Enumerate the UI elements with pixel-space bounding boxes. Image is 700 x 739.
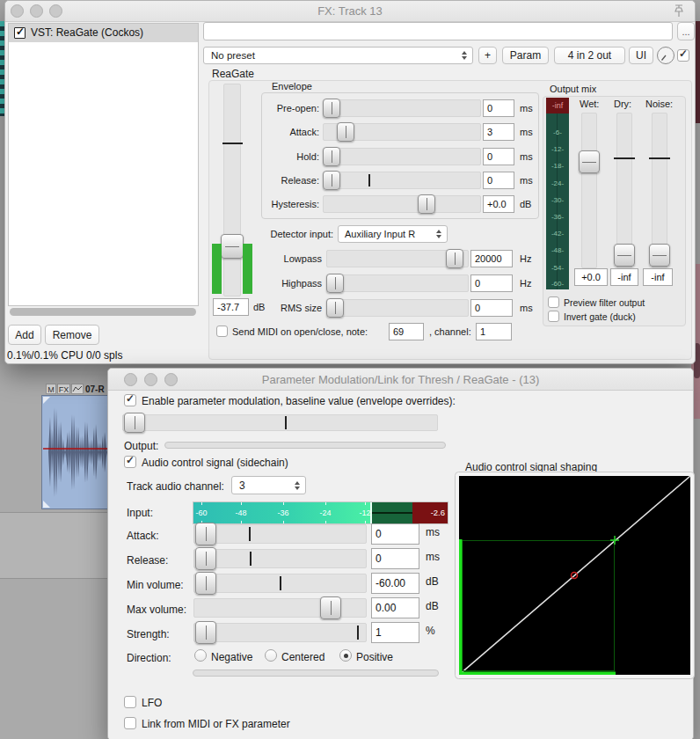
max-volume-value[interactable]: 0.00: [371, 597, 419, 618]
mod-attack-track[interactable]: [193, 524, 367, 544]
wet-slider-track[interactable]: [581, 113, 597, 268]
enable-mod-checkbox[interactable]: [124, 394, 136, 406]
fx-chain-list[interactable]: VST: ReaGate (Cockos): [8, 23, 199, 306]
fx-button[interactable]: FX: [57, 384, 70, 394]
dry-slider-thumb[interactable]: [614, 244, 635, 267]
mod-titlebar[interactable]: Parameter Modulation/Link for Thresh / R…: [108, 369, 693, 391]
hysteresis-value[interactable]: +0.0: [483, 195, 514, 213]
lowpass-slider-thumb[interactable]: [446, 249, 463, 268]
noise-slider-thumb[interactable]: [649, 244, 670, 267]
baseline-slider-track[interactable]: [122, 414, 438, 431]
min-volume-mark: [280, 576, 281, 590]
hysteresis-slider-thumb[interactable]: [418, 194, 435, 214]
mod-release-value[interactable]: 0: [371, 548, 419, 569]
min-volume-thumb[interactable]: [195, 572, 216, 595]
channel-stepper-icon[interactable]: [295, 481, 300, 490]
media-item-header[interactable]: M FX 07-R: [42, 383, 110, 396]
baseline-slider-thumb[interactable]: [124, 413, 145, 433]
track-channel-label: Track audio channel:: [127, 480, 224, 493]
wet-value[interactable]: +0.0: [574, 268, 608, 286]
min-volume-value[interactable]: -60.00: [371, 573, 419, 594]
link-midi-checkbox[interactable]: [124, 717, 136, 729]
highpass-slider-track[interactable]: [326, 274, 469, 292]
preview-filter-checkbox[interactable]: [548, 296, 559, 308]
midi-note-value[interactable]: 69: [389, 323, 424, 340]
rms-value[interactable]: 0: [470, 299, 513, 317]
highpass-value[interactable]: 0: [470, 274, 513, 292]
preopen-value[interactable]: 0: [483, 99, 514, 117]
noise-value[interactable]: -inf: [643, 268, 673, 286]
release-slider-thumb[interactable]: [323, 171, 340, 190]
strength-value[interactable]: 1: [371, 622, 419, 643]
dry-value[interactable]: -inf: [610, 268, 638, 286]
remove-fx-button[interactable]: Remove: [45, 325, 99, 345]
wet-slider-thumb[interactable]: [579, 150, 600, 173]
hold-slider-thumb[interactable]: [323, 147, 340, 166]
signal-shaping-graph[interactable]: [455, 472, 695, 679]
ui-button[interactable]: UI: [629, 47, 653, 64]
pin-icon[interactable]: [672, 4, 686, 18]
hold-value[interactable]: 0: [483, 148, 514, 165]
midi-channel-value[interactable]: 1: [476, 323, 512, 340]
preset-dropdown[interactable]: No preset: [203, 47, 473, 64]
track-channel-dropdown[interactable]: 3: [231, 476, 306, 494]
rms-slider-track[interactable]: [326, 299, 469, 317]
fx-bypass-checkbox[interactable]: [677, 49, 689, 62]
preview-filter-label: Preview filter output: [564, 297, 645, 308]
fx-titlebar[interactable]: FX: Track 13: [5, 1, 695, 22]
mute-button[interactable]: M: [46, 384, 56, 394]
threshold-slider-track[interactable]: [223, 84, 241, 296]
mod-release-track[interactable]: [193, 549, 367, 568]
scale-tick: -12-: [546, 144, 569, 154]
rms-slider-thumb[interactable]: [326, 298, 344, 318]
param-button[interactable]: Param: [502, 47, 549, 64]
sidechain-checkbox[interactable]: [124, 456, 136, 468]
hysteresis-slider-track[interactable]: [323, 195, 481, 213]
min-volume-unit: dB: [426, 575, 439, 588]
mod-release-thumb[interactable]: [195, 547, 216, 570]
fx-enabled-checkbox[interactable]: [14, 27, 26, 39]
preopen-slider-track[interactable]: [323, 99, 481, 117]
send-midi-checkbox[interactable]: [216, 326, 228, 337]
strength-track[interactable]: [193, 623, 367, 642]
threshold-slider-thumb[interactable]: [221, 234, 244, 259]
save-preset-button[interactable]: +: [478, 47, 497, 64]
hold-slider-track[interactable]: [323, 148, 481, 165]
mod-attack-mark: [249, 527, 251, 541]
threshold-value[interactable]: -37.7: [213, 298, 249, 316]
envelope-icon[interactable]: [71, 384, 84, 394]
wet-dry-knob[interactable]: [656, 46, 675, 65]
detector-stepper-icon[interactable]: [436, 230, 441, 238]
io-routing-button[interactable]: 4 in 2 out: [554, 47, 625, 64]
invert-gate-checkbox[interactable]: [548, 311, 559, 322]
attack-value[interactable]: 3: [483, 123, 514, 141]
direction-negative-radio[interactable]: [194, 649, 207, 662]
mod-bottom-bar: [193, 669, 439, 677]
max-volume-thumb[interactable]: [320, 596, 341, 619]
release-slider-track[interactable]: [323, 172, 481, 189]
fx-chain-item[interactable]: VST: ReaGate (Cockos): [9, 24, 198, 42]
release-mark: [368, 174, 370, 187]
mod-attack-thumb[interactable]: [195, 523, 216, 545]
input-label: Input:: [127, 507, 153, 519]
lowpass-value[interactable]: 20000: [470, 250, 513, 267]
strength-mark: [357, 626, 359, 640]
direction-centered-radio[interactable]: [265, 649, 277, 662]
direction-positive-radio[interactable]: [339, 649, 352, 662]
waveform: [43, 397, 111, 508]
max-volume-unit: dB: [426, 600, 439, 612]
attack-slider-thumb[interactable]: [337, 122, 354, 142]
fx-comment-input[interactable]: [203, 22, 673, 40]
detector-input-dropdown[interactable]: Auxiliary Input R: [338, 225, 448, 243]
more-options-button[interactable]: ...: [677, 22, 695, 40]
mod-attack-value[interactable]: 0: [371, 523, 419, 545]
media-item[interactable]: [42, 396, 112, 509]
fx-list-hscrollbar[interactable]: [10, 308, 196, 316]
preset-stepper-icon[interactable]: [462, 51, 467, 60]
lfo-checkbox[interactable]: [124, 696, 136, 708]
highpass-slider-thumb[interactable]: [326, 274, 344, 293]
add-fx-button[interactable]: Add: [8, 325, 41, 345]
release-value[interactable]: 0: [483, 172, 514, 189]
preopen-slider-thumb[interactable]: [323, 99, 340, 118]
strength-thumb[interactable]: [195, 621, 216, 644]
